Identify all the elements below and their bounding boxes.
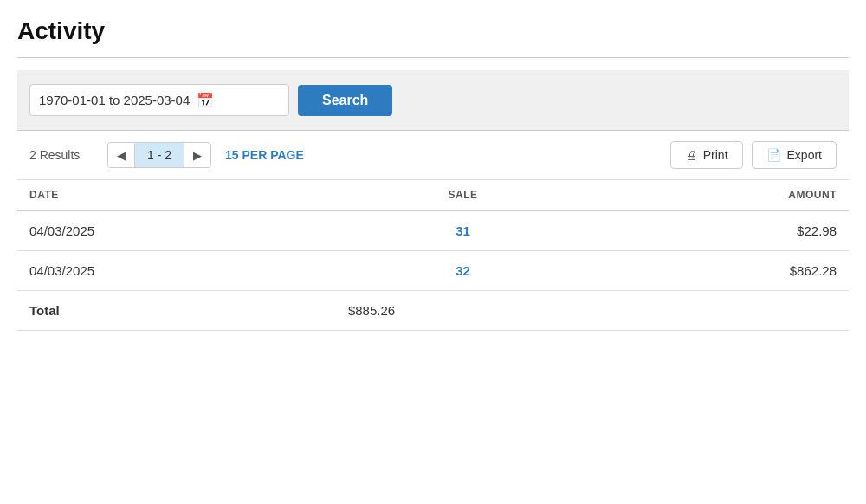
cell-sale: 32 [336, 251, 590, 291]
results-count: 2 Results [29, 148, 99, 162]
total-amount: $885.26 [336, 291, 590, 331]
date-range-input[interactable]: 1970-01-01 to 2025-03-04 📅 [29, 84, 289, 116]
table-header-row: DATE SALE AMOUNT [17, 180, 849, 210]
pagination-next-button[interactable]: ▶ [184, 144, 210, 167]
print-label: Print [703, 148, 728, 162]
cell-sale: 31 [336, 210, 590, 251]
activity-table: DATE SALE AMOUNT 04/03/202531$22.9804/03… [17, 180, 849, 331]
pagination-prev-button[interactable]: ◀ [108, 144, 135, 167]
cell-amount: $862.28 [590, 251, 849, 291]
per-page-selector[interactable]: 15 PER PAGE [225, 148, 304, 162]
export-label: Export [787, 148, 822, 162]
sale-link[interactable]: 32 [456, 263, 470, 278]
search-button[interactable]: Search [298, 85, 392, 116]
table-row: 04/03/202531$22.98 [17, 210, 849, 251]
total-row: Total$885.26 [17, 291, 849, 331]
cell-amount: $22.98 [590, 210, 849, 251]
export-button[interactable]: 📄 Export [752, 141, 837, 169]
calendar-icon: 📅 [197, 92, 214, 108]
date-range-text: 1970-01-01 to 2025-03-04 [39, 93, 190, 107]
total-empty [590, 291, 849, 331]
page-title: Activity [17, 17, 849, 58]
cell-date: 04/03/2025 [17, 251, 336, 291]
table-row: 04/03/202532$862.28 [17, 251, 849, 291]
print-icon: 🖨 [685, 148, 697, 162]
col-header-amount: AMOUNT [590, 180, 849, 210]
col-header-sale: SALE [336, 180, 590, 210]
toolbar: 1970-01-01 to 2025-03-04 📅 Search [17, 70, 849, 131]
print-button[interactable]: 🖨 Print [670, 141, 743, 169]
results-bar: 2 Results ◀ 1 - 2 ▶ 15 PER PAGE 🖨 Print … [17, 131, 849, 180]
pagination: ◀ 1 - 2 ▶ [107, 142, 211, 168]
col-header-date: DATE [17, 180, 336, 210]
sale-link[interactable]: 31 [456, 223, 470, 238]
pagination-current: 1 - 2 [135, 143, 184, 167]
total-label: Total [17, 291, 336, 331]
export-icon: 📄 [766, 148, 781, 162]
cell-date: 04/03/2025 [17, 210, 336, 251]
